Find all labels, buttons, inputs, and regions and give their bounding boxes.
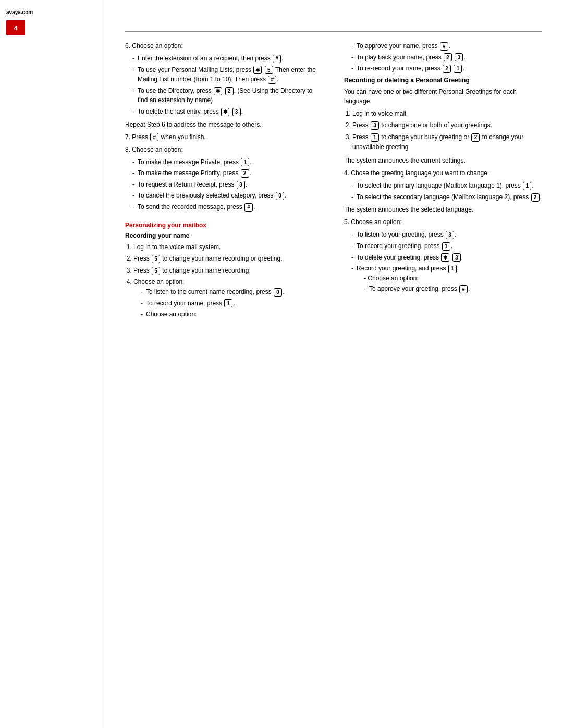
key-hash-3: # (150, 133, 158, 141)
system-announces: The system announces the current setting… (344, 156, 542, 165)
key-5: 5 (265, 66, 273, 74)
step8-item-4: To cancel the previously selected catego… (132, 191, 323, 201)
key-hash-2: # (268, 76, 276, 84)
rd-steps-list: Log in to voice mail. Press 3 to change … (352, 109, 542, 152)
rec-step4-item-3: Choose an option: (141, 310, 323, 319)
step5-list: To listen to your greeting, press 3. To … (351, 230, 542, 294)
step6-heading: 6. Choose an option: (125, 41, 323, 51)
left-column: 6. Choose an option: Enter the extension… (125, 41, 323, 324)
site-name: avaya.com (0, 0, 104, 18)
approve-name-item-3: To re-record your name, press 2 1. (351, 64, 542, 73)
key-3s5b: 3 (452, 253, 461, 262)
step8-item-5: To send the recorded message, press #. (132, 202, 323, 212)
key-3s5: 3 (446, 231, 454, 239)
key-0a: 0 (276, 192, 284, 200)
page-number-badge: 4 (6, 20, 25, 35)
key-1s5: 1 (442, 242, 450, 251)
key-star: ✱ (253, 66, 262, 74)
rec-step-1: Log in to the voice mail system. (133, 242, 323, 252)
key-2rd: 2 (471, 133, 480, 142)
step5-sub-list: - Choose an option: To approve your gree… (364, 274, 542, 294)
step5-sub-heading: - Choose an option: (364, 274, 542, 283)
key-hash: # (273, 55, 281, 63)
rd-step-1: Log in to voice mail. (352, 109, 542, 119)
approve-name-item-1: To approve your name, press #. (351, 41, 542, 51)
key-1b: 1 (224, 299, 232, 307)
rec-step4-list: To listen to the current name recording,… (141, 287, 323, 319)
language-item-2: To select the secondary language (Mailbo… (351, 192, 542, 202)
step8-item-2: To make the message Priority, press 2. (132, 168, 323, 178)
rd-step-3: Press 1 to change your busy greeting or … (352, 132, 542, 152)
step8-list: To make the message Private, press 1. To… (132, 157, 323, 212)
repeat-step: Repeat Step 6 to address the message to … (125, 120, 323, 129)
rec-step4-item-1: To listen to the current name recording,… (141, 287, 323, 297)
step5-item-1: To listen to your greeting, press 3. (351, 230, 542, 240)
approve-name-item-2: To play back your name, press 2 3. (351, 53, 542, 63)
step5-item-4: Record your greeting, and press 1. - Cho… (351, 264, 542, 294)
page: avaya.com 4 6. Choose an option: Enter t… (0, 0, 563, 728)
key-3rd: 3 (371, 121, 379, 130)
step7: 7. Press # when you finish. (125, 132, 323, 142)
key-0b: 0 (274, 288, 282, 297)
step6-item-1: Enter the extension of an a recipient, t… (132, 54, 323, 64)
recording-deleting-heading: Recording or deleting a Personal Greetin… (344, 77, 542, 84)
key-star-2: ✱ (214, 87, 222, 95)
top-divider (125, 31, 542, 32)
key-1a: 1 (241, 158, 249, 166)
key-1r: 1 (454, 65, 462, 73)
key-2r2: 2 (443, 65, 451, 73)
language-list: To select the primary language (Mailbox … (351, 181, 542, 202)
language-item-1: To select the primary language (Mailbox … (351, 181, 542, 191)
system-announces-language: The system announces the selected langua… (344, 205, 542, 214)
approve-name-list: To approve your name, press #. To play b… (351, 41, 542, 73)
key-3: 3 (232, 108, 241, 116)
key-hash-r1: # (440, 42, 448, 51)
key-2r: 2 (444, 53, 452, 61)
rd-step5: 5. Choose an option: (344, 217, 542, 227)
rd-step-2: Press 3 to change one or both of your gr… (352, 120, 542, 130)
rd-step4: 4. Chose the greeting language you want … (344, 168, 542, 178)
step8-item-1: To make the message Private, press 1. (132, 157, 323, 167)
two-column-layout: 6. Choose an option: Enter the extension… (125, 41, 542, 324)
sidebar: avaya.com 4 (0, 0, 104, 728)
key-5b: 5 (152, 267, 160, 275)
right-column: To approve your name, press #. To play b… (344, 41, 542, 324)
step5-sub-item-1: To approve your greeting, press #. (364, 284, 542, 294)
step6-list: Enter the extension of an a recipient, t… (132, 54, 323, 117)
recording-steps-list: Log in to the voice mail system. Press 5… (133, 242, 323, 319)
recording-deleting-heading-text: Recording or deleting a Personal Greetin… (344, 77, 470, 84)
rec-step-2: Press 5 to change your name recording or… (133, 254, 323, 264)
key-1rd: 1 (371, 133, 379, 142)
key-1lang: 1 (523, 182, 531, 190)
key-star-s5: ✱ (441, 253, 449, 262)
rd-intro: You can have one or two different Person… (344, 87, 542, 106)
key-2a: 2 (241, 169, 249, 178)
key-1s5b: 1 (448, 265, 457, 273)
key-hash-4: # (244, 203, 253, 212)
personalizing-heading: Personalizing your mailbox (125, 221, 323, 229)
main-content: 6. Choose an option: Enter the extension… (104, 0, 563, 344)
key-hash-s5: # (459, 285, 468, 293)
step6-item-3: To use the Directory, press ✱ 2. (See Us… (132, 86, 323, 105)
key-3a: 3 (237, 181, 245, 189)
rec-step-4: Choose an option: To listen to the curre… (133, 277, 323, 319)
key-2lang: 2 (531, 193, 540, 202)
step8-heading: 8. Choose an option: (125, 145, 323, 154)
step6-item-4: To delete the last entry, press ✱ 3. (132, 107, 323, 117)
key-2: 2 (225, 87, 234, 95)
key-3r: 3 (455, 53, 463, 61)
rec-step-3: Press 5 to change your name recording. (133, 266, 323, 276)
recording-name-heading: Recording your name (125, 232, 323, 239)
step8-item-3: To request a Return Receipt, press 3. (132, 180, 323, 190)
key-5a: 5 (152, 255, 160, 263)
step5-item-3: To delete your greeting, press ✱ 3. (351, 253, 542, 263)
key-star-3: ✱ (221, 108, 229, 116)
rec-step4-item-2: To record your name, press 1. (141, 299, 323, 309)
step6-item-2: To use your Personal Mailing Lists, pres… (132, 65, 323, 84)
step5-item-2: To record your greeting, press 1. (351, 241, 542, 251)
